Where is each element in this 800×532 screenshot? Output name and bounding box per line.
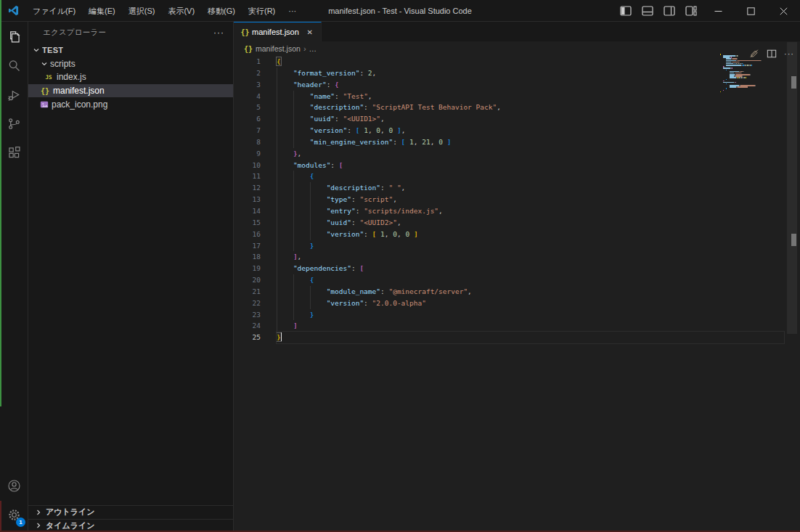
code-line-23[interactable]: } <box>277 309 784 321</box>
split-editor-icon[interactable] <box>767 49 777 59</box>
line-number[interactable]: 21 <box>234 286 272 298</box>
indent-guide <box>277 217 277 229</box>
code-line-3[interactable]: "header": { <box>277 79 784 91</box>
code-line-15[interactable]: "uuid": "<UUID2>", <box>277 217 784 229</box>
code-line-8[interactable]: "min_engine_version": [ 1, 21, 0 ] <box>277 136 784 148</box>
line-number[interactable]: 18 <box>234 251 272 263</box>
line-number[interactable]: 24 <box>234 320 272 332</box>
line-number[interactable]: 6 <box>234 113 272 125</box>
editor-more-actions-icon[interactable]: ··· <box>784 49 794 58</box>
menu-item-1[interactable]: 編集(E) <box>82 3 122 19</box>
accounts-icon[interactable] <box>0 471 28 500</box>
code-line-24[interactable]: ] <box>277 320 784 332</box>
run-debug-icon[interactable] <box>0 80 28 109</box>
tree-item-manifest-json[interactable]: {}manifest.json <box>28 84 233 98</box>
code-line-19[interactable]: "dependencies": [ <box>277 263 784 274</box>
menu-item-5[interactable]: 実行(R) <box>242 3 282 19</box>
line-number[interactable]: 1 <box>234 56 272 67</box>
line-number[interactable]: 9 <box>234 148 272 160</box>
menu-item-6[interactable]: ··· <box>282 3 303 19</box>
toggle-secondary-sidebar-button[interactable] <box>658 0 680 22</box>
line-number[interactable]: 23 <box>234 309 272 321</box>
edit-disabled-icon[interactable] <box>749 49 759 59</box>
toggle-panel-button[interactable] <box>637 0 658 22</box>
explorer-icon[interactable] <box>0 22 28 51</box>
breadcrumb-tail[interactable]: … <box>309 44 317 53</box>
menu-item-2[interactable]: 選択(S) <box>122 3 162 19</box>
tab-close-icon[interactable]: ✕ <box>305 27 315 37</box>
maximize-button[interactable] <box>735 0 767 22</box>
line-number[interactable]: 4 <box>234 91 272 102</box>
menu-item-3[interactable]: 表示(V) <box>161 3 201 19</box>
line-number[interactable]: 25 <box>234 332 272 343</box>
line-number[interactable]: 3 <box>234 79 272 91</box>
indent-guide <box>277 320 277 332</box>
line-number[interactable]: 13 <box>234 194 272 205</box>
line-number[interactable]: 7 <box>234 125 272 136</box>
section-label: タイムライン <box>46 520 95 531</box>
code-line-14[interactable]: "entry": "scripts/index.js", <box>277 205 784 217</box>
code-line-12[interactable]: "description": " ", <box>277 182 784 194</box>
code-line-6[interactable]: "uuid": "<UUID1>", <box>277 113 784 125</box>
code-line-13[interactable]: "type": "script", <box>277 194 784 205</box>
code-line-16[interactable]: "version": [ 1, 0, 0 ] <box>277 229 784 240</box>
breadcrumb-file[interactable]: manifest.json <box>256 44 301 53</box>
code-content[interactable]: {"format_version": 2,"header": {"name": … <box>277 56 784 343</box>
indent-guide <box>277 194 277 205</box>
code-line-25[interactable]: } <box>277 332 784 343</box>
line-number[interactable]: 11 <box>234 171 272 182</box>
toggle-primary-sidebar-button[interactable] <box>615 0 637 22</box>
code-line-11[interactable]: { <box>277 171 784 182</box>
extensions-icon[interactable] <box>0 138 28 167</box>
tree-item-pack-icon-png[interactable]: pack_icon.png <box>28 97 233 111</box>
line-number[interactable]: 17 <box>234 240 272 252</box>
section-アウトライン[interactable]: アウトライン <box>28 505 233 519</box>
vscode-window: ファイル(F)編集(E)選択(S)表示(V)移動(G)実行(R)··· mani… <box>0 0 800 532</box>
tree-item-scripts[interactable]: scripts <box>28 57 233 71</box>
menu-item-4[interactable]: 移動(G) <box>201 3 242 19</box>
code-line-5[interactable]: "description": "ScriptAPI Test Behavior … <box>277 102 784 113</box>
line-number[interactable]: 16 <box>234 229 272 240</box>
chevron-down-icon <box>41 60 48 67</box>
line-number[interactable]: 10 <box>234 160 272 171</box>
line-number[interactable]: 14 <box>234 205 272 217</box>
code-line-2[interactable]: "format_version": 2, <box>277 67 784 79</box>
menu-item-0[interactable]: ファイル(F) <box>26 3 82 19</box>
code-line-22[interactable]: "version": "2.0.0-alpha" <box>277 298 784 309</box>
vscode-logo-icon[interactable] <box>0 5 26 16</box>
close-window-button[interactable] <box>767 0 800 22</box>
search-icon[interactable] <box>0 51 28 80</box>
code-line-10[interactable]: "modules": [ <box>277 160 784 171</box>
tree-item-test[interactable]: TEST <box>28 44 233 57</box>
titlebar: ファイル(F)編集(E)選択(S)表示(V)移動(G)実行(R)··· mani… <box>0 0 800 22</box>
code-line-17[interactable]: } <box>277 240 784 252</box>
source-control-icon[interactable] <box>0 109 28 138</box>
code-editor[interactable]: 1234567891011121314151617181920212223242… <box>234 56 800 532</box>
code-line-9[interactable]: }, <box>277 148 784 160</box>
scrollbar-marker <box>791 76 796 89</box>
code-line-20[interactable]: { <box>277 274 784 286</box>
editor-scrollbar[interactable] <box>787 42 797 334</box>
line-number[interactable]: 5 <box>234 102 272 113</box>
line-number[interactable]: 20 <box>234 274 272 286</box>
explorer-more-actions-icon[interactable]: ··· <box>213 28 224 38</box>
code-line-21[interactable]: "module_name": "@minecraft/server", <box>277 286 784 298</box>
settings-gear-icon[interactable]: 1 <box>0 500 28 529</box>
code-line-1[interactable]: { <box>277 56 784 67</box>
code-line-4[interactable]: "name": "Test", <box>277 91 784 102</box>
line-number[interactable]: 19 <box>234 263 272 274</box>
line-number[interactable]: 2 <box>234 67 272 79</box>
line-number[interactable]: 22 <box>234 298 272 309</box>
line-number[interactable]: 15 <box>234 217 272 229</box>
line-number-gutter[interactable]: 1234567891011121314151617181920212223242… <box>234 56 272 343</box>
minimize-button[interactable] <box>702 0 735 22</box>
line-number[interactable]: 8 <box>234 136 272 148</box>
indent-guide <box>277 67 277 79</box>
customize-layout-button[interactable] <box>680 0 702 22</box>
tab-manifest-json[interactable]: {} manifest.json ✕ <box>234 22 322 41</box>
code-line-18[interactable]: ], <box>277 251 784 263</box>
line-number[interactable]: 12 <box>234 182 272 194</box>
code-line-7[interactable]: "version": [ 1, 0, 0 ], <box>277 125 784 136</box>
tab-label: manifest.json <box>252 28 299 36</box>
tree-item-index-js[interactable]: JSindex.js <box>28 70 233 84</box>
